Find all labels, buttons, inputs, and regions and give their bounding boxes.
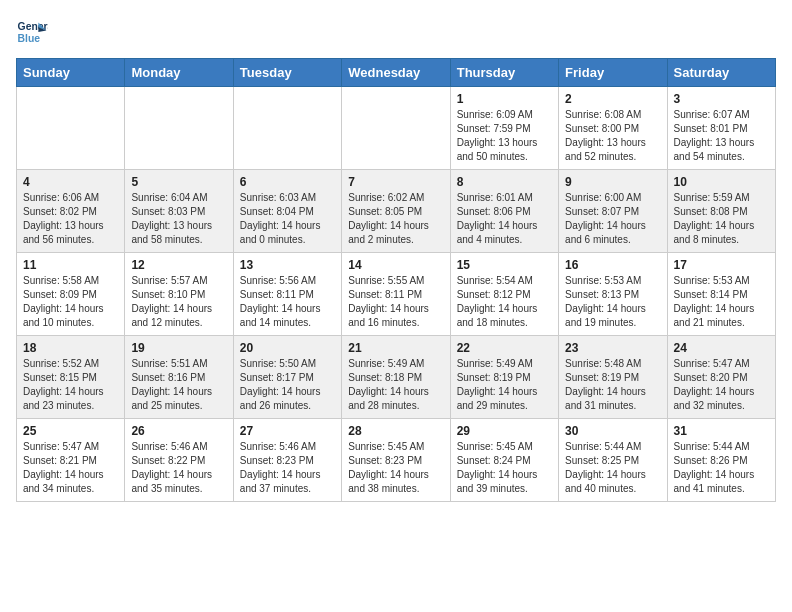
- day-info: Sunrise: 5:44 AM Sunset: 8:25 PM Dayligh…: [565, 440, 660, 496]
- calendar-cell: 2Sunrise: 6:08 AM Sunset: 8:00 PM Daylig…: [559, 87, 667, 170]
- day-number: 1: [457, 92, 552, 106]
- calendar-header-row: SundayMondayTuesdayWednesdayThursdayFrid…: [17, 59, 776, 87]
- day-number: 16: [565, 258, 660, 272]
- calendar-cell: 12Sunrise: 5:57 AM Sunset: 8:10 PM Dayli…: [125, 253, 233, 336]
- day-header-saturday: Saturday: [667, 59, 775, 87]
- day-number: 21: [348, 341, 443, 355]
- day-info: Sunrise: 5:47 AM Sunset: 8:21 PM Dayligh…: [23, 440, 118, 496]
- calendar-cell: 22Sunrise: 5:49 AM Sunset: 8:19 PM Dayli…: [450, 336, 558, 419]
- day-number: 29: [457, 424, 552, 438]
- day-info: Sunrise: 6:01 AM Sunset: 8:06 PM Dayligh…: [457, 191, 552, 247]
- day-number: 26: [131, 424, 226, 438]
- logo-icon: General Blue: [16, 16, 48, 48]
- day-info: Sunrise: 6:08 AM Sunset: 8:00 PM Dayligh…: [565, 108, 660, 164]
- day-number: 15: [457, 258, 552, 272]
- day-info: Sunrise: 5:53 AM Sunset: 8:13 PM Dayligh…: [565, 274, 660, 330]
- calendar-cell: 4Sunrise: 6:06 AM Sunset: 8:02 PM Daylig…: [17, 170, 125, 253]
- day-info: Sunrise: 5:57 AM Sunset: 8:10 PM Dayligh…: [131, 274, 226, 330]
- day-number: 8: [457, 175, 552, 189]
- calendar: SundayMondayTuesdayWednesdayThursdayFrid…: [16, 58, 776, 502]
- calendar-week-1: 1Sunrise: 6:09 AM Sunset: 7:59 PM Daylig…: [17, 87, 776, 170]
- calendar-cell: 17Sunrise: 5:53 AM Sunset: 8:14 PM Dayli…: [667, 253, 775, 336]
- day-number: 18: [23, 341, 118, 355]
- day-info: Sunrise: 5:50 AM Sunset: 8:17 PM Dayligh…: [240, 357, 335, 413]
- day-number: 12: [131, 258, 226, 272]
- day-info: Sunrise: 6:06 AM Sunset: 8:02 PM Dayligh…: [23, 191, 118, 247]
- calendar-cell: 30Sunrise: 5:44 AM Sunset: 8:25 PM Dayli…: [559, 419, 667, 502]
- day-number: 30: [565, 424, 660, 438]
- day-number: 24: [674, 341, 769, 355]
- calendar-week-4: 18Sunrise: 5:52 AM Sunset: 8:15 PM Dayli…: [17, 336, 776, 419]
- calendar-cell: 7Sunrise: 6:02 AM Sunset: 8:05 PM Daylig…: [342, 170, 450, 253]
- day-number: 20: [240, 341, 335, 355]
- day-info: Sunrise: 6:04 AM Sunset: 8:03 PM Dayligh…: [131, 191, 226, 247]
- calendar-cell: [125, 87, 233, 170]
- calendar-week-3: 11Sunrise: 5:58 AM Sunset: 8:09 PM Dayli…: [17, 253, 776, 336]
- day-number: 31: [674, 424, 769, 438]
- svg-text:Blue: Blue: [18, 33, 41, 44]
- day-header-tuesday: Tuesday: [233, 59, 341, 87]
- day-info: Sunrise: 5:44 AM Sunset: 8:26 PM Dayligh…: [674, 440, 769, 496]
- day-header-wednesday: Wednesday: [342, 59, 450, 87]
- day-number: 28: [348, 424, 443, 438]
- calendar-cell: 21Sunrise: 5:49 AM Sunset: 8:18 PM Dayli…: [342, 336, 450, 419]
- day-info: Sunrise: 5:54 AM Sunset: 8:12 PM Dayligh…: [457, 274, 552, 330]
- calendar-cell: [342, 87, 450, 170]
- day-info: Sunrise: 5:45 AM Sunset: 8:23 PM Dayligh…: [348, 440, 443, 496]
- calendar-cell: 20Sunrise: 5:50 AM Sunset: 8:17 PM Dayli…: [233, 336, 341, 419]
- day-info: Sunrise: 6:00 AM Sunset: 8:07 PM Dayligh…: [565, 191, 660, 247]
- calendar-cell: 18Sunrise: 5:52 AM Sunset: 8:15 PM Dayli…: [17, 336, 125, 419]
- day-number: 9: [565, 175, 660, 189]
- day-header-monday: Monday: [125, 59, 233, 87]
- logo: General Blue: [16, 16, 48, 48]
- calendar-cell: 5Sunrise: 6:04 AM Sunset: 8:03 PM Daylig…: [125, 170, 233, 253]
- calendar-cell: 14Sunrise: 5:55 AM Sunset: 8:11 PM Dayli…: [342, 253, 450, 336]
- day-header-friday: Friday: [559, 59, 667, 87]
- calendar-week-2: 4Sunrise: 6:06 AM Sunset: 8:02 PM Daylig…: [17, 170, 776, 253]
- day-info: Sunrise: 5:49 AM Sunset: 8:19 PM Dayligh…: [457, 357, 552, 413]
- day-info: Sunrise: 5:58 AM Sunset: 8:09 PM Dayligh…: [23, 274, 118, 330]
- day-number: 14: [348, 258, 443, 272]
- day-info: Sunrise: 6:07 AM Sunset: 8:01 PM Dayligh…: [674, 108, 769, 164]
- day-info: Sunrise: 5:47 AM Sunset: 8:20 PM Dayligh…: [674, 357, 769, 413]
- calendar-week-5: 25Sunrise: 5:47 AM Sunset: 8:21 PM Dayli…: [17, 419, 776, 502]
- day-number: 2: [565, 92, 660, 106]
- day-number: 7: [348, 175, 443, 189]
- day-info: Sunrise: 5:45 AM Sunset: 8:24 PM Dayligh…: [457, 440, 552, 496]
- calendar-cell: 27Sunrise: 5:46 AM Sunset: 8:23 PM Dayli…: [233, 419, 341, 502]
- calendar-cell: 3Sunrise: 6:07 AM Sunset: 8:01 PM Daylig…: [667, 87, 775, 170]
- calendar-cell: 13Sunrise: 5:56 AM Sunset: 8:11 PM Dayli…: [233, 253, 341, 336]
- calendar-cell: 11Sunrise: 5:58 AM Sunset: 8:09 PM Dayli…: [17, 253, 125, 336]
- calendar-cell: 31Sunrise: 5:44 AM Sunset: 8:26 PM Dayli…: [667, 419, 775, 502]
- calendar-cell: 8Sunrise: 6:01 AM Sunset: 8:06 PM Daylig…: [450, 170, 558, 253]
- day-number: 17: [674, 258, 769, 272]
- day-info: Sunrise: 6:02 AM Sunset: 8:05 PM Dayligh…: [348, 191, 443, 247]
- day-number: 19: [131, 341, 226, 355]
- day-info: Sunrise: 5:56 AM Sunset: 8:11 PM Dayligh…: [240, 274, 335, 330]
- header: General Blue: [16, 16, 776, 48]
- calendar-cell: 28Sunrise: 5:45 AM Sunset: 8:23 PM Dayli…: [342, 419, 450, 502]
- day-number: 25: [23, 424, 118, 438]
- day-info: Sunrise: 6:09 AM Sunset: 7:59 PM Dayligh…: [457, 108, 552, 164]
- calendar-cell: 19Sunrise: 5:51 AM Sunset: 8:16 PM Dayli…: [125, 336, 233, 419]
- calendar-cell: 16Sunrise: 5:53 AM Sunset: 8:13 PM Dayli…: [559, 253, 667, 336]
- day-number: 3: [674, 92, 769, 106]
- calendar-cell: 9Sunrise: 6:00 AM Sunset: 8:07 PM Daylig…: [559, 170, 667, 253]
- day-number: 4: [23, 175, 118, 189]
- calendar-cell: [233, 87, 341, 170]
- day-info: Sunrise: 5:51 AM Sunset: 8:16 PM Dayligh…: [131, 357, 226, 413]
- calendar-cell: 29Sunrise: 5:45 AM Sunset: 8:24 PM Dayli…: [450, 419, 558, 502]
- day-header-thursday: Thursday: [450, 59, 558, 87]
- day-info: Sunrise: 5:59 AM Sunset: 8:08 PM Dayligh…: [674, 191, 769, 247]
- calendar-cell: 10Sunrise: 5:59 AM Sunset: 8:08 PM Dayli…: [667, 170, 775, 253]
- day-header-sunday: Sunday: [17, 59, 125, 87]
- day-info: Sunrise: 5:52 AM Sunset: 8:15 PM Dayligh…: [23, 357, 118, 413]
- day-info: Sunrise: 5:55 AM Sunset: 8:11 PM Dayligh…: [348, 274, 443, 330]
- day-number: 10: [674, 175, 769, 189]
- calendar-cell: [17, 87, 125, 170]
- day-number: 6: [240, 175, 335, 189]
- calendar-cell: 15Sunrise: 5:54 AM Sunset: 8:12 PM Dayli…: [450, 253, 558, 336]
- calendar-cell: 6Sunrise: 6:03 AM Sunset: 8:04 PM Daylig…: [233, 170, 341, 253]
- day-info: Sunrise: 5:46 AM Sunset: 8:23 PM Dayligh…: [240, 440, 335, 496]
- day-number: 13: [240, 258, 335, 272]
